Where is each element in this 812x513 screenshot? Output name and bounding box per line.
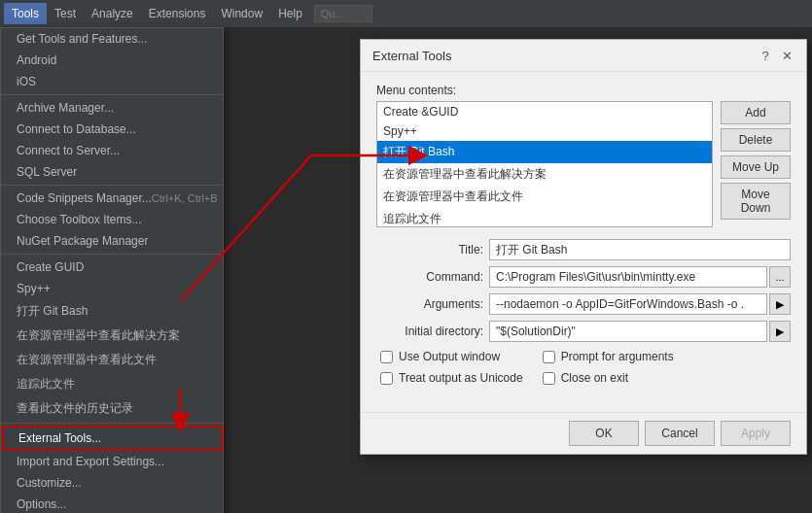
- prompt-args-row: Prompt for arguments: [543, 350, 674, 363]
- arguments-browse-btn[interactable]: ▶: [769, 293, 791, 315]
- command-input[interactable]: [489, 266, 767, 288]
- list-item-1[interactable]: Spy++: [377, 121, 712, 141]
- prompt-args-label: Prompt for arguments: [561, 350, 674, 363]
- command-input-area: ...: [489, 266, 791, 288]
- initial-dir-row: Initial directory: ▶: [376, 321, 791, 342]
- dropdown-item-external-tools[interactable]: External Tools...: [1, 426, 223, 451]
- cancel-button[interactable]: Cancel: [645, 421, 715, 446]
- dialog-body: Menu contents: Create &GUID Spy++ 打开 Git…: [361, 72, 806, 412]
- move-down-button[interactable]: Move Down: [721, 183, 791, 220]
- tools-dropdown: Get Tools and Features... Android iOS Ar…: [0, 27, 224, 513]
- menu-list-buttons: Add Delete Move Up Move Down: [721, 101, 791, 227]
- use-output-row: Use Output window: [380, 350, 523, 363]
- command-browse-btn[interactable]: ...: [769, 266, 791, 288]
- list-item-2[interactable]: 打开 Git Bash: [377, 141, 712, 163]
- treat-unicode-label: Treat output as Unicode: [399, 371, 523, 385]
- dropdown-item-options[interactable]: Options...: [1, 494, 223, 513]
- dropdown-item-sql[interactable]: SQL Server: [1, 161, 223, 183]
- dropdown-item-connect-db[interactable]: Connect to Database...: [1, 119, 223, 140]
- list-item-5[interactable]: 追踪此文件: [377, 208, 712, 227]
- list-item-0[interactable]: Create &GUID: [377, 102, 712, 121]
- arguments-row: Arguments: ▶: [376, 293, 791, 315]
- list-item-3[interactable]: 在资源管理器中查看此解决方案: [377, 163, 712, 186]
- title-label: Title:: [376, 243, 483, 256]
- arguments-input[interactable]: [489, 293, 767, 315]
- initial-dir-label: Initial directory:: [376, 325, 483, 338]
- menu-list[interactable]: Create &GUID Spy++ 打开 Git Bash 在资源管理器中查看…: [376, 101, 713, 227]
- menu-extensions[interactable]: Extensions: [141, 3, 214, 24]
- dialog-close-btn[interactable]: ✕: [779, 48, 794, 63]
- menu-list-area: Create &GUID Spy++ 打开 Git Bash 在资源管理器中查看…: [376, 101, 791, 227]
- search-input[interactable]: [314, 5, 372, 22]
- dropdown-item-spy[interactable]: Spy++: [1, 278, 223, 299]
- ok-button[interactable]: OK: [569, 421, 639, 446]
- apply-button[interactable]: Apply: [721, 421, 791, 446]
- dialog-title: External Tools: [372, 49, 451, 63]
- dropdown-item-connect-server[interactable]: Connect to Server...: [1, 140, 223, 161]
- close-exit-row: Close on exit: [543, 371, 674, 385]
- dropdown-item-explorer-solution[interactable]: 在资源管理器中查看此解决方案: [1, 324, 223, 348]
- dropdown-item-customize[interactable]: Customize...: [1, 472, 223, 494]
- use-output-checkbox[interactable]: [380, 351, 393, 363]
- close-exit-label: Close on exit: [561, 371, 628, 385]
- command-row: Command: ...: [376, 266, 791, 288]
- divider-3: [1, 254, 223, 255]
- checkboxes-right: Prompt for arguments Close on exit: [543, 350, 674, 389]
- dropdown-item-history[interactable]: 查看此文件的历史记录: [1, 396, 223, 421]
- divider-1: [1, 94, 223, 95]
- checkboxes-area: Use Output window Treat output as Unicod…: [376, 350, 791, 389]
- initial-dir-input[interactable]: [489, 321, 767, 342]
- arguments-label: Arguments:: [376, 297, 483, 311]
- dropdown-item-get-tools[interactable]: Get Tools and Features...: [1, 28, 223, 50]
- title-row: Title:: [376, 239, 791, 260]
- menu-help[interactable]: Help: [270, 3, 310, 24]
- menubar: Tools Test Analyze Extensions Window Hel…: [0, 0, 812, 27]
- dialog-titlebar: External Tools ? ✕: [361, 40, 806, 72]
- dialog-footer: OK Cancel Apply: [361, 412, 806, 454]
- dropdown-item-archive[interactable]: Archive Manager...: [1, 97, 223, 119]
- initial-dir-browse-btn[interactable]: ▶: [769, 321, 791, 342]
- menu-contents-label: Menu contents:: [376, 84, 791, 97]
- arguments-input-area: ▶: [489, 293, 791, 315]
- dialog-help-btn[interactable]: ?: [758, 48, 773, 63]
- divider-4: [1, 423, 223, 424]
- treat-unicode-row: Treat output as Unicode: [380, 371, 523, 385]
- title-input[interactable]: [489, 239, 791, 260]
- dropdown-item-trace[interactable]: 追踪此文件: [1, 372, 223, 396]
- command-label: Command:: [376, 270, 483, 284]
- prompt-args-checkbox[interactable]: [543, 351, 555, 363]
- checkboxes-left: Use Output window Treat output as Unicod…: [380, 350, 523, 389]
- snippets-label: Code Snippets Manager...: [17, 191, 152, 205]
- dropdown-item-explorer-file[interactable]: 在资源管理器中查看此文件: [1, 348, 223, 372]
- menu-test[interactable]: Test: [47, 3, 84, 24]
- dropdown-item-snippets[interactable]: Code Snippets Manager... Ctrl+K, Ctrl+B: [1, 188, 223, 209]
- menu-analyze[interactable]: Analyze: [84, 3, 141, 24]
- dropdown-item-guid[interactable]: Create GUID: [1, 256, 223, 278]
- delete-button[interactable]: Delete: [721, 128, 791, 152]
- dropdown-item-gitbash[interactable]: 打开 Git Bash: [1, 299, 223, 324]
- menu-tools[interactable]: Tools: [4, 3, 47, 24]
- divider-2: [1, 185, 223, 186]
- initial-dir-input-area: ▶: [489, 321, 791, 342]
- close-exit-checkbox[interactable]: [543, 372, 555, 385]
- add-button[interactable]: Add: [721, 101, 791, 124]
- dropdown-item-ios[interactable]: iOS: [1, 71, 223, 92]
- treat-unicode-checkbox[interactable]: [380, 372, 393, 385]
- list-item-4[interactable]: 在资源管理器中查看此文件: [377, 186, 712, 208]
- dropdown-item-import-export[interactable]: Import and Export Settings...: [1, 451, 223, 472]
- menu-window[interactable]: Window: [213, 3, 270, 24]
- snippets-shortcut: Ctrl+K, Ctrl+B: [152, 192, 218, 204]
- move-up-button[interactable]: Move Up: [721, 155, 791, 179]
- dropdown-item-android[interactable]: Android: [1, 50, 223, 71]
- dropdown-item-toolbox[interactable]: Choose Toolbox Items...: [1, 209, 223, 230]
- dropdown-item-nuget[interactable]: NuGet Package Manager: [1, 230, 223, 252]
- dialog-controls: ? ✕: [758, 48, 794, 63]
- use-output-label: Use Output window: [399, 350, 500, 363]
- external-tools-dialog: External Tools ? ✕ Menu contents: Create…: [360, 39, 807, 455]
